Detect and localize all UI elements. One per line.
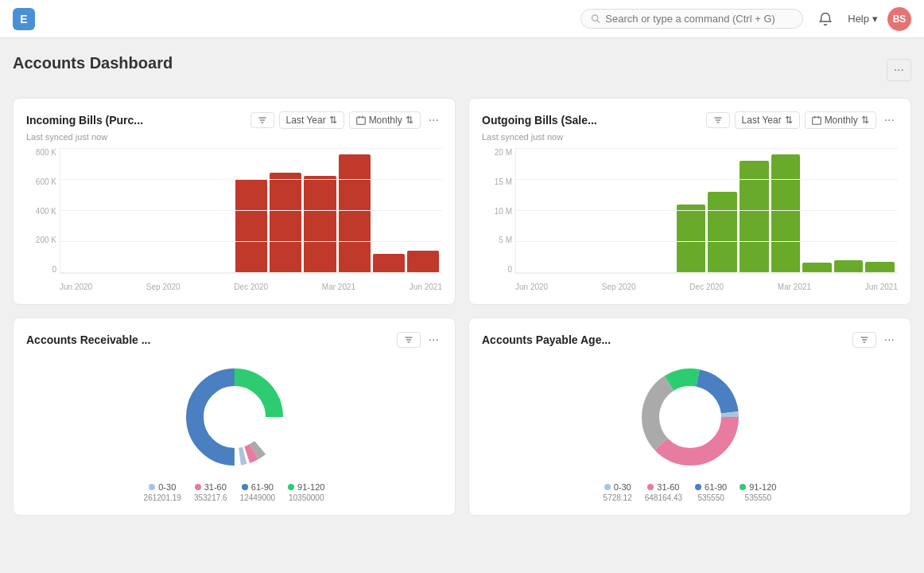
filter-icon: [258, 115, 267, 125]
outgoing-bars: [516, 148, 898, 273]
chevron-icon: ⇅: [329, 115, 337, 126]
page-more-button[interactable]: ···: [887, 59, 911, 81]
bar: [339, 154, 371, 273]
legend-item-61-90: 61-90 12449000: [240, 482, 276, 502]
bar: [677, 205, 706, 273]
outgoing-bills-year-btn[interactable]: Last Year ⇅: [735, 111, 800, 129]
payable-dot-3160: [647, 484, 654, 490]
filter-icon: [404, 335, 413, 345]
payable-legend-item-0-30: 0-30 5728.12: [604, 482, 632, 502]
accounts-payable-controls: ···: [852, 331, 898, 349]
bar: [235, 179, 267, 273]
incoming-bills-more-btn[interactable]: ···: [425, 111, 442, 129]
svg-line-1: [597, 20, 600, 22]
payable-donut-container: 0-30 5728.12 31-60 648164.43: [482, 361, 898, 502]
page-content: Accounts Dashboard ··· Incoming Bills (P…: [0, 38, 924, 532]
accounts-payable-more-btn[interactable]: ···: [881, 331, 898, 349]
chevron-down-icon: ▾: [872, 13, 878, 25]
incoming-bills-subtitle: Last synced just now: [26, 132, 442, 142]
incoming-y-axis: 800 K 600 K 400 K 200 K 0: [26, 148, 60, 274]
bar: [802, 263, 832, 273]
receivable-legend: 0-30 261201.19 31-60 353217.6: [144, 482, 325, 502]
search-bar[interactable]: [580, 9, 803, 29]
accounts-receivable-controls: ···: [397, 331, 442, 349]
calendar-icon: [812, 115, 821, 125]
outgoing-bills-title: Outgoing Bills (Sale...: [482, 114, 597, 127]
incoming-bills-period-btn[interactable]: Monthly ⇅: [349, 111, 421, 129]
search-input[interactable]: [605, 13, 793, 25]
payable-legend-item-61-90: 61-90 535550: [695, 482, 727, 502]
incoming-bills-card: Incoming Bills (Purc... Last Year ⇅: [13, 98, 456, 305]
chevron-icon2: ⇅: [406, 115, 413, 126]
accounts-receivable-filter-btn[interactable]: [397, 332, 421, 348]
legend-item-31-60: 31-60 353217.6: [194, 482, 227, 502]
topbar-actions: Help ▾ BS: [813, 6, 911, 32]
bar: [304, 176, 336, 273]
outgoing-bills-controls: Last Year ⇅ Monthly ⇅ ···: [706, 111, 898, 129]
accounts-receivable-card: Accounts Receivable ... ···: [13, 318, 456, 516]
legend-item-0-30: 0-30 261201.19: [144, 482, 181, 502]
chevron-icon: ⇅: [785, 115, 793, 126]
notifications-button[interactable]: [813, 6, 838, 32]
incoming-bills-year-btn[interactable]: Last Year ⇅: [279, 111, 344, 129]
incoming-bars: [60, 148, 442, 273]
outgoing-x-axis: Jun 2020 Sep 2020 Dec 2020 Mar 2021 Jun …: [515, 283, 898, 291]
filter-icon: [860, 335, 869, 345]
bar: [865, 262, 895, 273]
legend-item-91-120: 91-120 10350000: [288, 482, 324, 502]
payable-legend-item-31-60: 31-60 648164.43: [645, 482, 682, 502]
calendar-icon: [356, 115, 366, 125]
help-button[interactable]: Help ▾: [848, 13, 878, 25]
accounts-payable-title: Accounts Payable Age...: [482, 333, 611, 346]
avatar[interactable]: BS: [887, 7, 911, 31]
dashboard-grid: Incoming Bills (Purc... Last Year ⇅: [13, 98, 911, 516]
search-icon: [591, 14, 600, 24]
payable-donut: [635, 361, 746, 473]
accounts-payable-card: Accounts Payable Age... ···: [468, 318, 911, 516]
bar: [834, 260, 864, 273]
svg-rect-5: [356, 117, 365, 124]
accounts-receivable-more-btn[interactable]: ···: [425, 331, 442, 349]
receivable-donut-container: 0-30 261201.19 31-60 353217.6: [26, 361, 442, 502]
bar: [407, 251, 439, 273]
chevron-icon2: ⇅: [861, 115, 869, 126]
page-title: Accounts Dashboard: [13, 54, 173, 72]
outgoing-y-axis: 20 M 15 M 10 M 5 M 0: [482, 148, 515, 274]
app-icon: E: [13, 8, 35, 30]
incoming-bills-filter-btn[interactable]: [250, 112, 274, 128]
legend-dot-3160: [195, 484, 201, 490]
payable-legend-item-91-120: 91-120 535550: [740, 482, 776, 502]
legend-dot-030: [149, 484, 155, 490]
incoming-x-axis: Jun 2020 Sep 2020 Dec 2020 Mar 2021 Jun …: [60, 283, 442, 291]
bar: [771, 154, 801, 273]
legend-dot-91120: [288, 484, 294, 490]
outgoing-bills-period-btn[interactable]: Monthly ⇅: [805, 111, 876, 129]
bell-icon: [818, 12, 833, 26]
outgoing-bills-more-btn[interactable]: ···: [881, 111, 898, 129]
legend-dot-6190: [242, 484, 248, 490]
incoming-bills-title: Incoming Bills (Purc...: [26, 114, 143, 127]
svg-rect-11: [812, 117, 821, 124]
payable-dot-030: [604, 484, 611, 490]
outgoing-bills-subtitle: Last synced just now: [482, 132, 898, 142]
accounts-payable-filter-btn[interactable]: [852, 332, 876, 348]
bar: [270, 173, 301, 273]
receivable-donut: [179, 361, 290, 473]
filter-icon: [713, 115, 723, 125]
payable-dot-6190: [695, 484, 701, 490]
topbar: E Help ▾ BS: [0, 0, 924, 38]
bar: [373, 254, 405, 273]
accounts-receivable-title: Accounts Receivable ...: [26, 333, 150, 346]
payable-legend: 0-30 5728.12 31-60 648164.43: [604, 482, 777, 502]
incoming-bills-controls: Last Year ⇅ Monthly ⇅ ···: [250, 111, 442, 129]
outgoing-bills-filter-btn[interactable]: [706, 112, 730, 128]
outgoing-bills-card: Outgoing Bills (Sale... Last Year ⇅: [468, 98, 911, 305]
bar: [740, 161, 769, 273]
payable-dot-91120: [740, 484, 746, 490]
more-icon: ···: [894, 63, 904, 77]
bar: [708, 192, 737, 273]
